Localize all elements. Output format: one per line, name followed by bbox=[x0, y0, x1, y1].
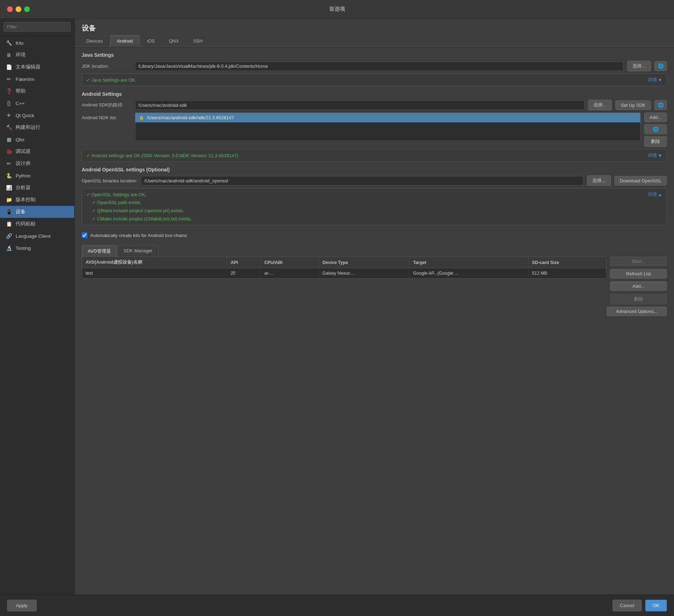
sidebar-item-qbs[interactable]: ▦ Qbs bbox=[0, 133, 74, 145]
jdk-label: JDK location: bbox=[82, 64, 131, 69]
avd-cell-sd-size: 512 MB bbox=[528, 268, 606, 279]
avd-refresh-button[interactable]: Refresh List bbox=[610, 269, 667, 279]
sidebar-item-analyzer[interactable]: 📊 分析器 bbox=[0, 182, 74, 194]
sidebar-item-debugger[interactable]: 🐞 调试器 bbox=[0, 145, 74, 158]
sidebar-item-version-control[interactable]: 📁 版本控制 bbox=[0, 194, 74, 206]
sidebar-item-environment[interactable]: 🖥 环境 bbox=[0, 49, 74, 61]
avd-col-sd-size: SD-card Size bbox=[528, 257, 606, 268]
ndk-list-item[interactable]: 🔒 /Users/mac/android-sdk/ndk/21.3.652814… bbox=[135, 113, 640, 122]
sidebar-item-label: 设计师 bbox=[16, 160, 31, 167]
avd-add-button[interactable]: Add... bbox=[610, 281, 667, 291]
sidebar-item-python[interactable]: 🐍 Python bbox=[0, 170, 74, 182]
sidebar-item-kits[interactable]: 🔧 Kits bbox=[0, 37, 74, 49]
openssl-status-text: ✓ OpenSSL Settings are OK. bbox=[86, 192, 147, 197]
sidebar-item-label: Qbs bbox=[16, 137, 25, 142]
tab-ios[interactable]: iOS bbox=[140, 35, 162, 46]
minimize-button[interactable] bbox=[16, 6, 21, 12]
advanced-options-area: Advanced Options... bbox=[82, 307, 667, 316]
avd-col-name: AVD(Android虚拟设备)名称 bbox=[82, 257, 227, 268]
designer-icon: ✏ bbox=[6, 160, 12, 167]
cancel-button[interactable]: Cancel bbox=[613, 600, 642, 611]
table-row[interactable]: test 25 ar-... Galaxy Nexus ... Google A… bbox=[82, 268, 606, 279]
ndk-row: Android NDK list: 🔒 /Users/mac/android-s… bbox=[82, 112, 667, 147]
avd-start-button[interactable]: Start... bbox=[610, 257, 667, 266]
sidebar-item-label: 帮助 bbox=[16, 88, 26, 94]
python-icon: 🐍 bbox=[6, 172, 12, 179]
avd-table-header-row: AVD(Android虚拟设备)名称 API CPU/ABI Device Ty… bbox=[82, 257, 606, 268]
bottom-right: Cancel OK bbox=[613, 600, 667, 611]
android-status-text: ✓ Android settings are OK.(SDK Version: … bbox=[86, 153, 238, 158]
jdk-select-button[interactable]: 选择... bbox=[627, 61, 651, 71]
openssl-label: OpenSSL binaries location: bbox=[82, 178, 137, 183]
sidebar-item-cpp[interactable]: {} C++ bbox=[0, 97, 74, 109]
tab-avd-manager[interactable]: AVD管理器 bbox=[82, 245, 117, 257]
openssl-sub-item-2: ✓ QMake include project (openssl.pri) ex… bbox=[86, 207, 184, 214]
ndk-add-button[interactable]: Add... bbox=[644, 112, 667, 122]
avd-col-api: API bbox=[227, 257, 261, 268]
fakevim-icon: ✏ bbox=[6, 76, 12, 82]
window-title: 首选项 bbox=[329, 6, 345, 12]
sidebar-item-build-run[interactable]: 🔨 构建和运行 bbox=[0, 121, 74, 133]
sidebar-item-label: C++ bbox=[16, 101, 25, 106]
android-settings-title: Android Settings bbox=[82, 91, 667, 97]
titlebar: 首选项 bbox=[0, 0, 674, 18]
ndk-delete-button[interactable]: 删除 bbox=[644, 136, 667, 147]
cpp-icon: {} bbox=[6, 100, 12, 106]
tab-android[interactable]: Android bbox=[110, 35, 140, 46]
tab-ssh[interactable]: SSH bbox=[186, 35, 210, 46]
lock-icon: 🔒 bbox=[139, 115, 144, 120]
sidebar-item-devices[interactable]: 📱 设备 bbox=[0, 206, 74, 218]
sidebar-items: 🔧 Kits 🖥 环境 📄 文本编辑器 ✏ FakeVim ❓ 帮助 {} C bbox=[0, 35, 74, 595]
sidebar-item-label: Testing bbox=[16, 246, 31, 251]
sidebar-item-label: 分析器 bbox=[16, 185, 31, 191]
openssl-input[interactable] bbox=[141, 176, 583, 186]
tab-qnx[interactable]: QNX bbox=[162, 35, 186, 46]
content-scroll: Java Settings JDK location: 选择... 🌐 ✓ Ja… bbox=[75, 46, 674, 595]
openssl-select-button[interactable]: 选择... bbox=[587, 175, 611, 186]
sidebar-item-fakevim[interactable]: ✏ FakeVim bbox=[0, 73, 74, 85]
tab-bar: Devices Android iOS QNX SSH bbox=[75, 35, 674, 46]
tab-devices[interactable]: Devices bbox=[80, 35, 109, 46]
ndk-list: 🔒 /Users/mac/android-sdk/ndk/21.3.652814… bbox=[135, 112, 641, 141]
sidebar-item-qt-quick[interactable]: ✈ Qt Quick bbox=[0, 109, 74, 121]
sdk-globe-button[interactable]: 🌐 bbox=[654, 100, 667, 110]
avd-cell-name: test bbox=[82, 268, 227, 279]
setup-sdk-button[interactable]: Set Up SDK bbox=[615, 100, 651, 110]
sidebar-item-help[interactable]: ❓ 帮助 bbox=[0, 85, 74, 97]
sidebar-item-label: Python bbox=[16, 173, 31, 178]
avd-col-cpu: CPU/ABI bbox=[261, 257, 319, 268]
sdk-input[interactable] bbox=[135, 100, 585, 110]
ndk-globe-button[interactable]: 🌐 bbox=[644, 124, 667, 134]
ok-button[interactable]: OK bbox=[645, 600, 667, 611]
android-detail-button[interactable]: 详情 ▼ bbox=[648, 152, 662, 159]
code-paste-icon: 📋 bbox=[6, 221, 12, 227]
tab-sdk-manager[interactable]: SDK Manager bbox=[118, 245, 159, 257]
debugger-icon: 🐞 bbox=[6, 148, 12, 155]
openssl-download-button[interactable]: Download OpenSSL bbox=[614, 176, 667, 186]
avd-delete-button[interactable]: 删除 bbox=[610, 294, 667, 304]
avd-table-layout: AVD(Android虚拟设备)名称 API CPU/ABI Device Ty… bbox=[82, 257, 667, 304]
sidebar-item-code-paste[interactable]: 📋 代码粘贴 bbox=[0, 218, 74, 230]
sidebar-item-testing[interactable]: 🔬 Testing bbox=[0, 242, 74, 254]
sidebar-item-text-editor[interactable]: 📄 文本编辑器 bbox=[0, 61, 74, 73]
jdk-globe-button[interactable]: 🌐 bbox=[654, 61, 667, 71]
advanced-options-button[interactable]: Advanced Options... bbox=[607, 307, 667, 316]
maximize-button[interactable] bbox=[24, 6, 30, 12]
sdk-select-button[interactable]: 选择... bbox=[588, 100, 612, 110]
sidebar-item-designer[interactable]: ✏ 设计师 bbox=[0, 158, 74, 170]
openssl-path-row: OpenSSL binaries location: 选择... Downloa… bbox=[82, 175, 667, 186]
qbs-icon: ▦ bbox=[6, 136, 12, 143]
bottom-bar: Apply Cancel OK bbox=[0, 595, 674, 616]
openssl-detail-button[interactable]: 详情 ▲ bbox=[648, 191, 662, 198]
auto-create-checkbox[interactable] bbox=[82, 232, 87, 238]
sidebar-item-language-client[interactable]: 🔗 Language Client bbox=[0, 230, 74, 242]
sidebar-item-label: 构建和运行 bbox=[16, 124, 40, 131]
apply-button[interactable]: Apply bbox=[7, 600, 37, 611]
sdk-path-row: Android SDK的路径: 选择... Set Up SDK 🌐 bbox=[82, 100, 667, 110]
close-button[interactable] bbox=[7, 6, 13, 12]
openssl-sub-item-1: ✓ OpenSSL path exists. bbox=[86, 199, 142, 206]
jdk-input[interactable] bbox=[135, 61, 624, 71]
filter-input[interactable] bbox=[4, 22, 71, 32]
java-detail-button[interactable]: 详情 ▼ bbox=[648, 77, 662, 83]
window-controls[interactable] bbox=[7, 6, 30, 12]
